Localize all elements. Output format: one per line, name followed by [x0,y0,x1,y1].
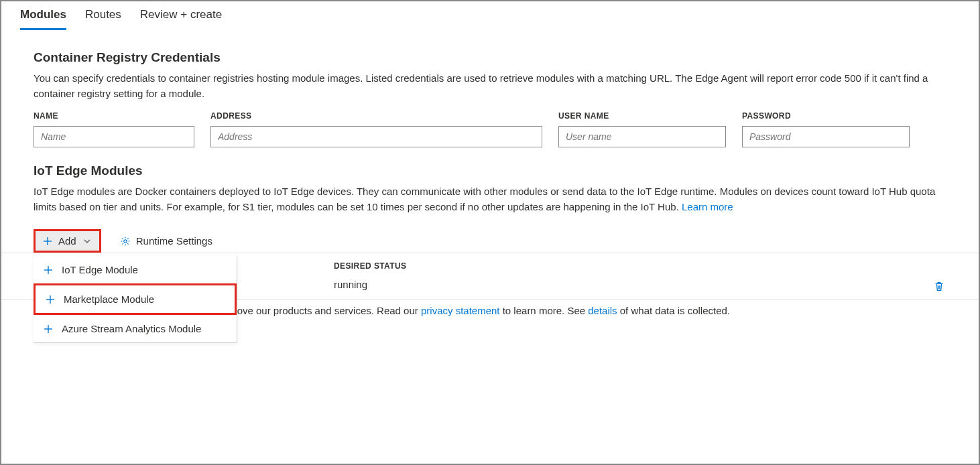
learn-more-link[interactable]: Learn more [682,201,733,212]
menu-item-label: Azure Stream Analytics Module [62,323,201,334]
add-label: Add [58,235,76,247]
svg-point-2 [124,239,127,242]
plus-icon [43,324,54,334]
desired-status-value: running [334,275,367,300]
runtime-settings-label: Runtime Settings [136,235,212,247]
menu-item-label: IoT Edge Module [62,264,138,275]
add-dropdown-menu: IoT Edge Module Marketplace Module Azure… [34,256,237,343]
chevron-down-icon [82,236,93,247]
plus-icon [45,294,56,305]
plus-icon [42,236,53,247]
registry-heading: Container Registry Credentials [34,50,946,65]
tab-review-create[interactable]: Review + create [140,4,222,30]
runtime-settings-button[interactable]: Runtime Settings [113,231,219,251]
tab-routes[interactable]: Routes [85,4,121,30]
gear-icon [120,236,131,247]
tab-modules[interactable]: Modules [20,4,66,30]
menu-iot-edge-module[interactable]: IoT Edge Module [34,256,237,283]
name-input[interactable] [34,126,194,147]
label-password: PASSWORD [742,111,910,121]
details-link[interactable]: details [588,305,617,316]
address-input[interactable] [210,126,542,147]
menu-marketplace-module[interactable]: Marketplace Module [34,283,237,315]
delete-button[interactable] [933,280,945,294]
menu-asa-module[interactable]: Azure Stream Analytics Module [34,315,237,342]
plus-icon [43,265,54,275]
privacy-statement-link[interactable]: privacy statement [421,305,500,316]
trash-icon [933,280,945,292]
registry-description: You can specify credentials to container… [34,70,946,102]
menu-item-label: Marketplace Module [64,293,154,305]
user-name-input[interactable] [558,126,726,147]
modules-heading: IoT Edge Modules [34,163,946,178]
password-input[interactable] [742,126,910,147]
label-user-name: USER NAME [558,111,726,121]
add-button[interactable]: Add [34,229,101,253]
modules-description: IoT Edge modules are Docker containers d… [34,186,935,212]
column-header-desired-status: DESIRED STATUS [334,256,407,275]
label-name: NAME [34,111,194,121]
label-address: ADDRESS [210,111,542,121]
